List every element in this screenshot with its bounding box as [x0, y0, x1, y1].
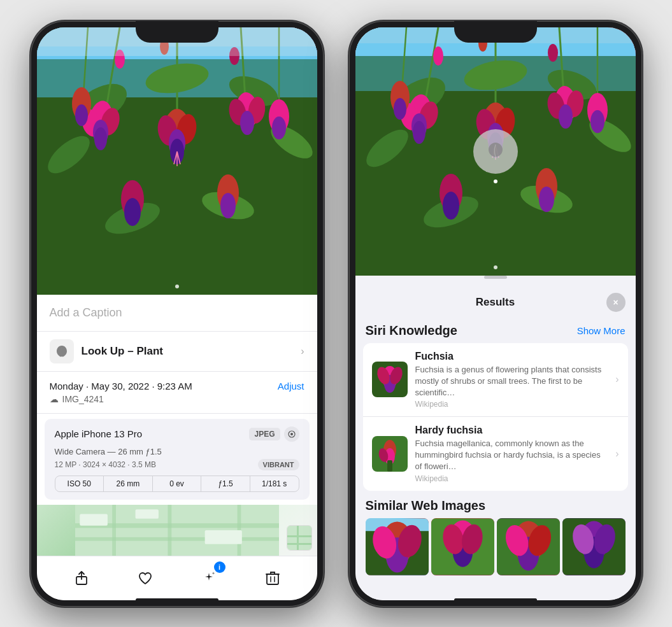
map-mini-thumb [287, 526, 311, 550]
trash-button[interactable] [259, 564, 287, 592]
heart-button[interactable] [131, 564, 159, 592]
svg-rect-52 [80, 514, 108, 525]
thumbnail-svg [287, 526, 312, 551]
svg-point-98 [590, 110, 604, 133]
similar-img-3[interactable] [497, 518, 560, 575]
camera-header: Apple iPhone 13 Pro JPEG [55, 426, 299, 442]
hardy-description: Fuchsia magellanica, commonly known as t… [415, 438, 606, 473]
svg-point-105 [548, 44, 558, 62]
share-button[interactable] [68, 564, 96, 592]
fuchsia-description: Fuchsia is a genus of flowering plants t… [415, 364, 606, 399]
lookup-text: Look Up – Plant [82, 345, 294, 358]
similar-img-4[interactable] [562, 518, 626, 575]
svg-point-19 [94, 127, 107, 150]
similar-img-1[interactable] [366, 518, 429, 575]
phones-container: Add a Caption Look Up – Plant › Mon [18, 8, 655, 619]
jpeg-badge: JPEG [249, 428, 280, 440]
adjust-button[interactable]: Adjust [278, 381, 304, 391]
exif-aperture: ƒ1.5 [201, 476, 250, 491]
lookup-chevron: › [301, 346, 304, 357]
info-button[interactable]: i [195, 564, 223, 592]
svg-point-103 [433, 46, 443, 66]
location-icon [284, 426, 299, 442]
sim2-svg [431, 518, 494, 575]
svg-rect-60 [267, 574, 278, 584]
share-icon [74, 570, 89, 586]
flower-svg [37, 27, 317, 295]
svg-point-100 [443, 192, 459, 220]
left-toolbar: i [37, 556, 317, 600]
date-row: Monday · May 30, 2022 · 9:23 AM Adjust [50, 381, 304, 391]
svg-point-94 [559, 104, 573, 129]
sim4-svg [562, 518, 626, 575]
siri-visual-button[interactable] [473, 129, 518, 174]
svg-rect-46 [75, 505, 279, 556]
camera-model: Apple iPhone 13 Pro [55, 428, 143, 439]
flower-background [37, 27, 317, 295]
map-svg [37, 505, 317, 556]
svg-rect-54 [135, 509, 158, 519]
exif-iso: ISO 50 [55, 476, 104, 491]
camera-section: Apple iPhone 13 Pro JPEG Wide Camera — 2… [45, 419, 310, 500]
sim1-svg [366, 518, 429, 575]
info-badge-label: i [218, 563, 220, 571]
results-panel: Results × Siri Knowledge Show More [355, 276, 636, 600]
svg-rect-48 [75, 537, 279, 540]
svg-point-33 [75, 104, 88, 126]
svg-rect-56 [287, 535, 312, 537]
drag-handle[interactable] [484, 276, 507, 279]
fuchsia-arrow: › [615, 374, 618, 385]
svg-point-35 [272, 116, 286, 139]
filename: IMG_4241 [62, 394, 104, 404]
siri-leaf-icon [484, 140, 507, 163]
svg-rect-53 [204, 530, 241, 544]
svg-rect-50 [168, 505, 171, 556]
info-badge: i [214, 561, 225, 573]
lookup-row[interactable]: Look Up – Plant › [37, 332, 317, 372]
leaf-icon [55, 344, 69, 358]
target-icon [288, 430, 296, 438]
similar-images [366, 518, 626, 575]
hardy-content: Hardy fuchsia Fuchsia magellanica, commo… [415, 425, 606, 483]
mp-info: 12 MP · 3024 × 4032 · 3.5 MB [55, 460, 157, 469]
exif-shutter: 1/181 s [250, 476, 299, 491]
right-phone-screen: Results × Siri Knowledge Show More [355, 27, 636, 600]
exif-focal: 26 mm [104, 476, 153, 491]
fuchsia-source: Wikipedia [415, 400, 606, 409]
left-home-bar [136, 598, 218, 602]
left-photo [37, 27, 317, 295]
fuchsia-content: Fuchsia Fuchsia is a genus of flowering … [415, 351, 606, 409]
sparkle-icon [201, 570, 217, 586]
left-phone-screen: Add a Caption Look Up – Plant › Mon [37, 27, 317, 600]
exif-row: ISO 50 26 mm 0 ev ƒ1.5 1/181 s [55, 476, 299, 492]
caption-area[interactable]: Add a Caption [37, 295, 317, 332]
results-title: Results [385, 296, 606, 309]
caption-placeholder: Add a Caption [50, 306, 122, 319]
right-home-bar [454, 598, 537, 602]
right-phone-notch [454, 21, 537, 43]
sim3-svg [497, 518, 560, 575]
camera-specs: 12 MP · 3024 × 4032 · 3.5 MB VIBRANT [55, 459, 299, 470]
camera-badges: JPEG [249, 426, 299, 442]
map-overlay-thumb [287, 525, 312, 551]
svg-point-45 [290, 433, 293, 435]
map-preview[interactable] [37, 505, 317, 556]
trash-icon [266, 570, 280, 586]
lookup-icon [50, 339, 74, 363]
close-button[interactable]: × [606, 293, 626, 312]
siri-knowledge-header: Siri Knowledge Show More [355, 318, 636, 343]
siri-knowledge-title: Siri Knowledge [366, 323, 457, 338]
similar-img-2[interactable] [431, 518, 494, 575]
knowledge-card: Fuchsia Fuchsia is a genus of flowering … [363, 343, 628, 491]
vibrant-badge: VIBRANT [258, 459, 299, 470]
right-phone-frame: Results × Siri Knowledge Show More [349, 21, 642, 607]
show-more-button[interactable]: Show More [577, 325, 626, 336]
filename-row: ☁ IMG_4241 [50, 394, 304, 404]
knowledge-item-hardy[interactable]: Hardy fuchsia Fuchsia magellanica, commo… [363, 417, 628, 491]
hardy-source: Wikipedia [415, 474, 606, 483]
svg-rect-57 [287, 543, 312, 545]
knowledge-item-fuchsia[interactable]: Fuchsia Fuchsia is a genus of flowering … [363, 343, 628, 418]
hardy-arrow: › [615, 448, 618, 460]
hardy-thumbnail [372, 436, 408, 472]
siri-dot [494, 180, 497, 183]
